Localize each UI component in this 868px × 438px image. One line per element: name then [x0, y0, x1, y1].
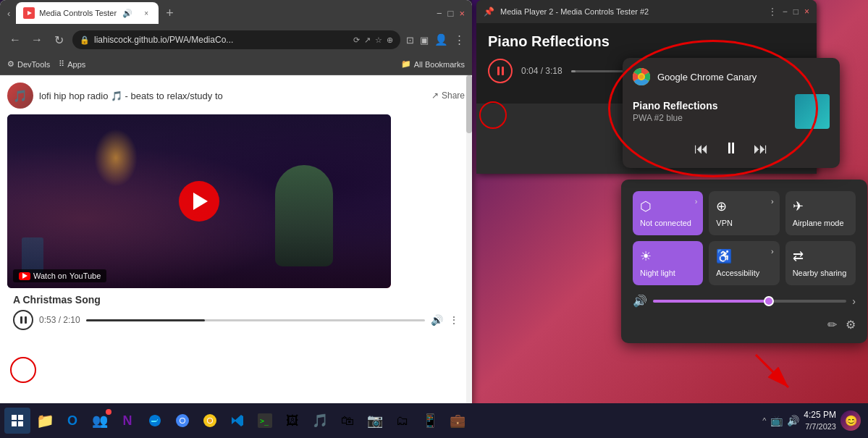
- chevron-up-icon[interactable]: ^: [762, 416, 766, 425]
- qs-tile-airplane[interactable]: ✈ Airplane mode: [785, 191, 856, 235]
- video-thumbnail[interactable]: Watch on YouTube: [7, 114, 391, 288]
- edit-icon[interactable]: ✏: [827, 318, 837, 332]
- photos-app-icon[interactable]: 🖼: [279, 408, 306, 434]
- svg-rect-5: [12, 415, 17, 420]
- browser-toolbar: ← → ↻ 🔒 liahiscock.github.io/PWA/MediaCo…: [0, 26, 472, 54]
- app-icon-misc3[interactable]: 📱: [417, 408, 443, 434]
- mp-pause-button[interactable]: [488, 59, 513, 83]
- chrome-canary-icon: [633, 68, 650, 85]
- start-button[interactable]: [4, 408, 30, 434]
- share-button[interactable]: ↗ Share: [431, 90, 465, 101]
- lamp-glow: [94, 129, 138, 187]
- nearby-label: Nearby sharing: [793, 269, 847, 278]
- minimize-button[interactable]: −: [435, 7, 444, 20]
- file-explorer-icon[interactable]: 📁: [32, 408, 58, 434]
- address-text: liahiscock.github.io/PWA/MediaCo...: [94, 35, 349, 45]
- onenote-icon[interactable]: N: [114, 408, 140, 434]
- media-player-icon[interactable]: 🎵: [307, 408, 333, 434]
- reload-icon[interactable]: ⟳: [353, 35, 360, 45]
- tab-mute-icon[interactable]: 🔊: [121, 7, 134, 20]
- split-icon[interactable]: ▣: [420, 35, 429, 46]
- menu-icon[interactable]: ⋮: [454, 33, 465, 46]
- bookmark-icon[interactable]: ☆: [375, 35, 382, 45]
- bluetooth-icon: ⬡: [640, 198, 652, 214]
- terminal-icon[interactable]: >_: [252, 408, 278, 434]
- store-icon[interactable]: 🛍: [334, 408, 361, 434]
- volume-expand-icon[interactable]: ›: [852, 295, 856, 307]
- refresh-button[interactable]: ↻: [51, 33, 67, 47]
- mp-close-button[interactable]: ×: [804, 7, 809, 17]
- taskbar-volume-icon[interactable]: 🔊: [787, 415, 799, 426]
- tab-back-icon[interactable]: ‹: [6, 7, 12, 20]
- qs-tile-vpn[interactable]: ⊕ VPN ›: [709, 191, 779, 235]
- all-bookmarks-label: All Bookmarks: [414, 60, 465, 69]
- mp-minimize-button[interactable]: −: [783, 7, 788, 17]
- volume-slider[interactable]: [653, 300, 846, 303]
- pause-button[interactable]: [13, 310, 33, 330]
- airplane-label: Airplane mode: [793, 219, 844, 228]
- volume-thumb[interactable]: [764, 296, 774, 306]
- dp-album-art: [795, 94, 830, 129]
- pwa-icon[interactable]: ⊕: [387, 35, 393, 45]
- all-bookmarks[interactable]: 📁 All Bookmarks: [401, 59, 465, 69]
- figure-silhouette: [275, 165, 333, 266]
- dp-pause-button[interactable]: ⏸: [723, 139, 739, 158]
- mp-pin-icon[interactable]: 📌: [484, 7, 494, 17]
- vscode-icon[interactable]: [224, 408, 250, 434]
- yt-mini-play-icon: [22, 273, 28, 279]
- apps-bookmark[interactable]: ⠿ Apps: [59, 59, 85, 69]
- teams-icon[interactable]: 👥: [87, 408, 113, 434]
- cast-icon[interactable]: ⊡: [406, 35, 414, 46]
- new-tab-button[interactable]: +: [161, 6, 178, 21]
- active-tab[interactable]: Media Controls Tester 🔊 ×: [16, 2, 159, 24]
- dp-next-button[interactable]: ⏭: [754, 140, 768, 157]
- qs-bottom-row: ✏ ⚙: [633, 318, 856, 332]
- channel-avatar: 🎵: [7, 83, 33, 109]
- clock-area[interactable]: 4:25 PM 7/7/2023: [804, 410, 836, 431]
- chrome-canary-icon[interactable]: [197, 408, 223, 434]
- tab-title: Media Controls Tester: [39, 9, 117, 17]
- scrollbar-thumb[interactable]: [466, 75, 472, 133]
- forward-button[interactable]: →: [29, 33, 45, 46]
- taskbar: 📁 O 👥 N: [0, 403, 868, 438]
- notification-center-icon[interactable]: 😊: [840, 410, 861, 431]
- apps-label: Apps: [67, 60, 85, 69]
- watch-on-youtube-badge[interactable]: Watch on YouTube: [13, 269, 106, 282]
- bookmarks-bar: ⚙ DevTools ⠿ Apps 📁 All Bookmarks: [0, 54, 472, 75]
- qs-tile-nightlight[interactable]: ☀ Night light: [633, 241, 703, 285]
- app-icon-misc2[interactable]: 🗂: [389, 408, 416, 434]
- back-button[interactable]: ←: [7, 33, 23, 46]
- outlook-icon[interactable]: O: [59, 408, 85, 434]
- profile-icon[interactable]: 👤: [434, 33, 448, 46]
- more-options-icon[interactable]: ⋮: [449, 314, 459, 326]
- mp-maximize-button[interactable]: □: [793, 7, 799, 17]
- close-button[interactable]: ×: [458, 7, 466, 20]
- chrome-icon[interactable]: [169, 408, 195, 434]
- app-icon-misc4[interactable]: 💼: [444, 408, 471, 434]
- volume-icon[interactable]: 🔊: [431, 314, 443, 326]
- edge-icon[interactable]: [142, 408, 168, 434]
- dp-track-info: Piano Reflections PWA #2 blue: [633, 100, 788, 123]
- qs-tile-accessibility[interactable]: ♿ Accessibility ›: [709, 241, 779, 285]
- progress-bar[interactable]: [86, 319, 425, 321]
- share-page-icon[interactable]: ↗: [364, 35, 371, 45]
- qs-tile-bluetooth[interactable]: ⬡ Not connected ›: [633, 191, 703, 235]
- address-bar[interactable]: 🔒 liahiscock.github.io/PWA/MediaCo... ⟳ …: [72, 30, 400, 49]
- media-dropdown-popup: Google Chrome Canary Piano Reflections P…: [623, 58, 840, 168]
- settings-gear-icon[interactable]: ⚙: [846, 318, 856, 332]
- app-icon-misc[interactable]: 📷: [362, 408, 388, 434]
- taskbar-screenshot-icon[interactable]: 📺: [770, 415, 783, 426]
- maximize-button[interactable]: □: [447, 7, 455, 20]
- qs-tile-nearby[interactable]: ⇄ Nearby sharing: [785, 241, 856, 285]
- mp-song-title: Piano Reflections: [488, 33, 805, 50]
- play-button[interactable]: [179, 181, 219, 222]
- dp-prev-button[interactable]: ⏮: [694, 140, 709, 157]
- svg-rect-7: [12, 421, 17, 426]
- watch-on-label: Watch on: [33, 271, 67, 280]
- volume-speaker-icon[interactable]: 🔊: [633, 294, 647, 308]
- bluetooth-label: Not connected: [640, 219, 691, 228]
- devtools-bookmark[interactable]: ⚙ DevTools: [7, 59, 50, 69]
- tab-close-button[interactable]: ×: [141, 8, 151, 18]
- qs-tiles-grid: ⬡ Not connected › ⊕ VPN › ✈ Airplane mod…: [633, 191, 856, 285]
- mp-more-icon[interactable]: ⋮: [768, 7, 777, 17]
